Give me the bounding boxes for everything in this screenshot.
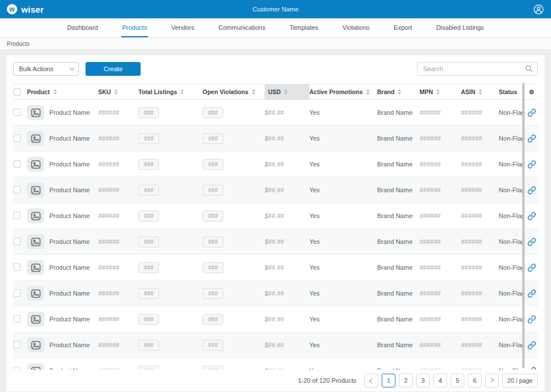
tab-products[interactable]: Products [121,18,148,37]
product-name[interactable]: Product Name [49,187,90,193]
column-settings-button[interactable]: ⚙ [525,84,538,99]
row-checkbox[interactable] [13,108,21,116]
row-checkbox[interactable] [13,134,21,142]
sort-icon[interactable] [366,89,370,95]
pagination-page-4[interactable]: 4 [433,374,447,387]
sort-icon[interactable] [479,89,482,95]
row-checkbox[interactable] [13,263,21,271]
usd-value: $##.## [265,367,309,370]
mpn-value: ###### [420,187,461,193]
product-name[interactable]: Product Name [49,264,90,271]
product-name[interactable]: Product Name [49,161,90,168]
row-checkbox[interactable] [13,186,21,193]
row-link-button[interactable] [525,289,538,298]
tab-templates[interactable]: Templates [288,18,319,37]
asin-value: ###### [461,290,499,297]
sort-icon[interactable] [436,89,440,95]
link-icon [527,341,536,350]
column-header-status[interactable]: Status [499,84,525,99]
column-header-usd[interactable]: USD [265,84,309,99]
bulk-actions-dropdown[interactable]: Bulk Actions [13,62,79,76]
row-link-button[interactable] [525,238,538,246]
column-header-product[interactable]: Product [27,84,98,99]
pagination-page-1[interactable]: 1 [382,374,395,387]
tab-vendors[interactable]: Vendors [170,18,195,37]
column-header-mpn[interactable]: MPN [420,84,461,99]
pagination-prev-button[interactable] [364,374,378,387]
sort-icon[interactable] [53,89,57,95]
pagination-page-5[interactable]: 5 [451,374,464,387]
column-header-active-promotions[interactable]: Active Promotions [309,84,377,99]
wiser-logo[interactable]: w wiser [7,4,44,14]
sort-icon[interactable] [180,89,184,95]
row-checkbox[interactable] [13,367,21,370]
row-link-button[interactable] [525,160,538,169]
row-checkbox[interactable] [13,315,21,323]
tab-dashboard[interactable]: Dashboard [66,18,99,37]
brand-value: Brand Name [377,341,420,348]
status-value: Non-Flagged [499,161,525,168]
row-checkbox[interactable] [13,341,21,348]
product-name[interactable]: Product Name [49,135,90,142]
row-link-button[interactable] [525,186,538,195]
table-row: Product Name ###### ### ### $##.## Yes B… [13,100,538,126]
row-checkbox[interactable] [13,212,21,219]
product-name[interactable]: Product Name [49,212,90,219]
status-value: Non-Flagged [499,367,525,370]
row-link-button[interactable] [525,315,538,324]
column-header-total-listings[interactable]: Total Listings [138,84,203,99]
tab-export[interactable]: Export [393,18,413,37]
tab-violations[interactable]: Violations [342,18,371,37]
column-header-sku[interactable]: SKU [98,84,138,99]
search-input[interactable] [417,62,538,76]
sku-value: ###### [98,161,138,168]
chevron-right-icon [489,378,494,382]
column-header-asin[interactable]: ASIN [461,84,499,99]
sort-icon[interactable] [284,89,288,95]
chevron-left-icon [369,378,374,383]
link-icon [527,186,536,195]
pagination-next-button[interactable] [485,374,499,387]
breadcrumb-item-products[interactable]: Products [7,41,29,47]
open-violations-badge: ### [203,288,223,299]
pagination-page-3[interactable]: 3 [416,374,430,387]
mpn-value: ###### [420,212,461,219]
row-link-button[interactable] [525,341,538,350]
active-promotions-value: Yes [309,238,377,245]
sku-value: ###### [98,264,138,271]
column-header-brand[interactable]: Brand [377,84,420,99]
row-link-button[interactable] [525,134,538,143]
product-name[interactable]: Product Name [49,290,90,297]
row-link-button[interactable] [525,212,538,220]
table-scrollbar[interactable] [522,83,525,368]
tab-disabled-listings[interactable]: Disabled Listings [435,18,485,37]
row-link-button[interactable] [525,108,538,117]
pagination-page-2[interactable]: 2 [399,374,413,387]
product-name[interactable]: Product Name [49,341,90,348]
product-name[interactable]: Product Name [49,316,90,323]
product-name[interactable]: Product Name [49,238,90,245]
row-checkbox[interactable] [13,238,21,245]
brand-value: Brand Name [377,212,420,219]
create-button[interactable]: Create [86,62,141,76]
tab-communications[interactable]: Communications [218,18,267,37]
select-all-checkbox[interactable] [13,88,21,96]
row-checkbox[interactable] [13,160,21,168]
sort-icon[interactable] [252,89,255,95]
sku-value: ###### [98,109,138,116]
product-name[interactable]: Product Name [49,109,90,116]
brand-name: wiser [21,5,44,14]
account-button[interactable] [533,4,544,15]
sort-icon[interactable] [114,89,118,95]
row-link-button[interactable] [525,263,538,272]
row-checkbox[interactable] [13,289,21,297]
row-link-button[interactable] [525,367,538,370]
product-name[interactable]: Product Name [49,367,90,370]
pagination-page-6[interactable]: 6 [468,374,482,387]
product-image-placeholder [27,234,44,249]
page-size-select[interactable]: 20 / page [502,374,538,387]
sort-icon[interactable] [398,89,401,95]
column-header-open-violations[interactable]: Open Violations [203,84,265,99]
breadcrumb: Products [0,38,551,50]
products-card: Bulk Actions Create Product SKU Total Li… [6,55,545,392]
